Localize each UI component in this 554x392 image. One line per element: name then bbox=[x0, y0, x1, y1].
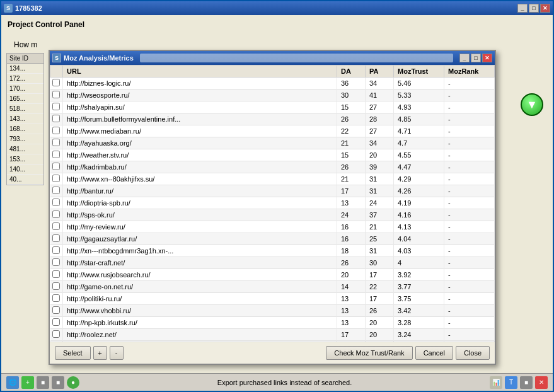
table-row: http://www.rusjobsearch.ru/ 20 17 3.92 - bbox=[50, 269, 495, 281]
row-checkbox-1[interactable] bbox=[52, 91, 60, 98]
how-label: How m bbox=[14, 40, 37, 49]
row-checkbox-19[interactable] bbox=[52, 306, 60, 314]
row-checkbox-cell bbox=[50, 245, 63, 257]
status-icon-2[interactable]: + bbox=[21, 376, 34, 389]
row-moztrust: 3.42 bbox=[394, 305, 444, 317]
green-arrow-circle[interactable]: ▼ bbox=[521, 91, 543, 118]
row-checkbox-3[interactable] bbox=[52, 115, 60, 122]
modal-minimize-button[interactable]: _ bbox=[459, 54, 470, 62]
row-checkbox-7[interactable] bbox=[52, 163, 60, 170]
row-checkbox-0[interactable] bbox=[52, 79, 60, 86]
row-da: 14 bbox=[337, 281, 366, 293]
row-mozrank: - bbox=[444, 317, 495, 329]
row-checkbox-cell bbox=[50, 233, 63, 245]
modal-maximize-button[interactable]: □ bbox=[471, 54, 481, 62]
bg-row-4: 165... bbox=[7, 94, 43, 104]
row-checkbox-12[interactable] bbox=[52, 222, 60, 230]
row-mozrank: - bbox=[444, 245, 495, 257]
row-da: 15 bbox=[337, 101, 366, 113]
row-checkbox-cell bbox=[50, 209, 63, 221]
table-row: http://my-review.ru/ 16 21 4.13 - bbox=[50, 221, 495, 233]
col-url: URL bbox=[63, 66, 337, 78]
row-checkbox-2[interactable] bbox=[52, 103, 60, 110]
row-da: 13 bbox=[337, 293, 366, 305]
row-checkbox-15[interactable] bbox=[52, 258, 60, 266]
col-moztrust: MozTrust bbox=[394, 66, 444, 78]
row-checkbox-cell bbox=[50, 161, 63, 173]
row-checkbox-18[interactable] bbox=[52, 294, 60, 302]
row-pa: 27 bbox=[366, 125, 394, 137]
add-button[interactable]: + bbox=[93, 346, 107, 360]
row-pa: 25 bbox=[366, 233, 394, 245]
row-da: 26 bbox=[337, 161, 366, 173]
row-da: 15 bbox=[337, 341, 366, 342]
row-url: http://dioptria-spb.ru/ bbox=[63, 197, 337, 209]
row-moztrust: 3.28 bbox=[394, 317, 444, 329]
row-checkbox-5[interactable] bbox=[52, 139, 60, 146]
close-button[interactable]: ✕ bbox=[540, 4, 550, 13]
row-checkbox-17[interactable] bbox=[52, 282, 60, 290]
status-icons-left: 🌐 + ■ ■ ● bbox=[6, 376, 79, 389]
status-icon-r3[interactable]: ■ bbox=[520, 376, 533, 389]
status-icon-r4[interactable]: ✕ bbox=[535, 376, 548, 389]
row-da: 15 bbox=[337, 149, 366, 161]
maximize-button[interactable]: □ bbox=[529, 4, 539, 13]
app-icon: S bbox=[4, 4, 13, 13]
row-checkbox-20[interactable] bbox=[52, 318, 60, 326]
row-checkbox-6[interactable] bbox=[52, 151, 60, 158]
modal-close-button[interactable]: ✕ bbox=[482, 54, 492, 62]
row-checkbox-cell bbox=[50, 341, 63, 342]
row-checkbox-cell bbox=[50, 137, 63, 149]
row-mozrank: - bbox=[444, 221, 495, 233]
row-checkbox-16[interactable] bbox=[52, 270, 60, 278]
table-row: http://www.vhobbi.ru/ 13 26 3.42 - bbox=[50, 305, 495, 317]
status-icon-1[interactable]: 🌐 bbox=[6, 376, 19, 389]
green-circle-icon: ▼ bbox=[521, 93, 543, 116]
row-checkbox-cell bbox=[50, 293, 63, 305]
table-row: http://dioptria-spb.ru/ 13 24 4.19 - bbox=[50, 197, 495, 209]
row-checkbox-8[interactable] bbox=[52, 175, 60, 182]
row-da: 17 bbox=[337, 185, 366, 197]
row-moztrust: 4 bbox=[394, 257, 444, 269]
row-mozrank: - bbox=[444, 89, 495, 101]
remove-button[interactable]: - bbox=[110, 346, 124, 360]
row-checkbox-13[interactable] bbox=[52, 234, 60, 242]
row-checkbox-21[interactable] bbox=[52, 330, 60, 338]
row-url: http://wseosporte.ru/ bbox=[63, 89, 337, 101]
col-pa: PA bbox=[366, 66, 394, 78]
row-checkbox-cell bbox=[50, 149, 63, 161]
status-icon-4[interactable]: ■ bbox=[52, 376, 64, 389]
row-mozrank: - bbox=[444, 125, 495, 137]
status-icon-3[interactable]: ■ bbox=[37, 376, 49, 389]
row-pa: 22 bbox=[366, 281, 394, 293]
row-checkbox-14[interactable] bbox=[52, 246, 60, 254]
row-checkbox-11[interactable] bbox=[52, 210, 60, 218]
check-moztrust-button[interactable]: Check Moz Trust/Rank bbox=[326, 346, 412, 360]
background-area: Project Control Panel How m LINKS ▼ Site… bbox=[1, 15, 553, 391]
row-pa: 17 bbox=[366, 293, 394, 305]
row-checkbox-9[interactable] bbox=[52, 187, 60, 194]
row-checkbox-cell bbox=[50, 317, 63, 329]
status-icon-r1[interactable]: 📊 bbox=[490, 376, 502, 389]
row-url: http://www.vhobbi.ru/ bbox=[63, 305, 337, 317]
status-icon-r2[interactable]: T bbox=[505, 376, 517, 389]
row-url: http://www.xn--80akhjifxs.su/ bbox=[63, 173, 337, 185]
table-row: http://shalyapin.su/ 15 27 4.93 - bbox=[50, 101, 495, 113]
minimize-button[interactable]: _ bbox=[517, 4, 528, 13]
row-url: http://politiki-ru.ru/ bbox=[63, 293, 337, 305]
status-icon-5[interactable]: ● bbox=[67, 376, 79, 389]
row-moztrust: 3.75 bbox=[394, 293, 444, 305]
table-row: http://xn---ntbbcgdmmr3ag1h.xn-... 18 31… bbox=[50, 245, 495, 257]
row-checkbox-4[interactable] bbox=[52, 127, 60, 134]
row-moztrust: 4.29 bbox=[394, 173, 444, 185]
select-button[interactable]: Select bbox=[55, 346, 91, 360]
row-pa: 31 bbox=[366, 245, 394, 257]
row-url: http://gagauzsaytlar.ru/ bbox=[63, 233, 337, 245]
row-moztrust: 4.19 bbox=[394, 197, 444, 209]
row-url: http://game-on.net.ru/ bbox=[63, 281, 337, 293]
table-container[interactable]: URL DA PA MozTrust MozRank http://biznes… bbox=[50, 65, 495, 342]
cancel-button[interactable]: Cancel bbox=[415, 346, 453, 360]
row-url: http://forum.bulletformyvalentine.inf... bbox=[63, 113, 337, 125]
close-modal-button[interactable]: Close bbox=[456, 346, 490, 360]
row-checkbox-10[interactable] bbox=[52, 199, 60, 206]
